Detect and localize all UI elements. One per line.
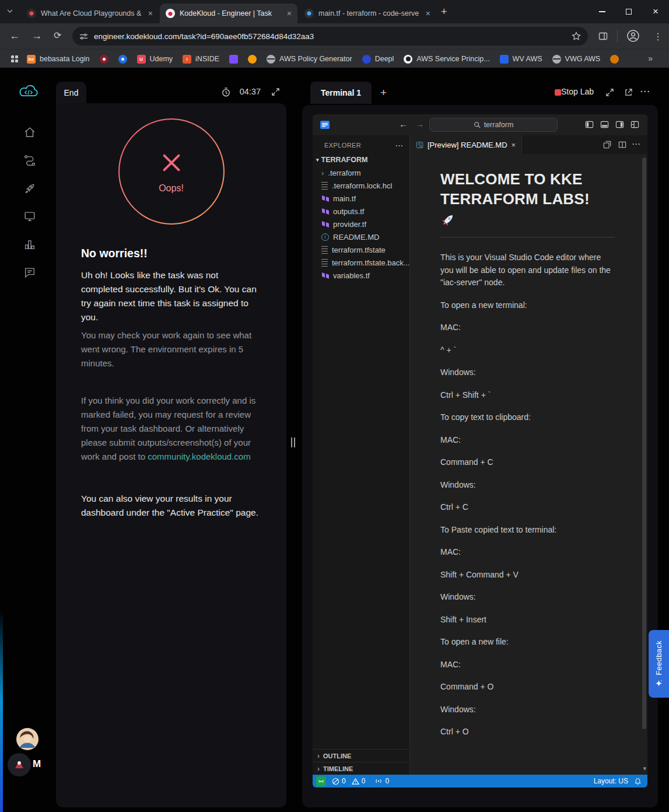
new-terminal-icon[interactable]: + (380, 86, 387, 99)
bookmark-wv-aws[interactable]: WV AWS (500, 55, 542, 64)
readme-paragraph: Command + C (440, 456, 615, 469)
browser-tab-kodekloud-task[interactable]: KodeKloud - Engineer | Task × (160, 4, 297, 23)
bookmark-deepl[interactable]: Deepl (362, 55, 394, 64)
tab-close-icon[interactable]: × (425, 8, 432, 19)
bookmark-aws-policy[interactable]: AWS Policy Generator (267, 55, 352, 64)
stop-lab-button[interactable]: Stop Lab (561, 87, 594, 96)
forward-icon[interactable]: → (31, 30, 42, 42)
expand-icon[interactable] (272, 88, 279, 96)
refresh-icon[interactable]: ⟳ (54, 30, 61, 41)
file-row[interactable]: main.tf (313, 192, 409, 205)
file-row[interactable]: outputs.tf (313, 205, 409, 218)
file-name: variables.tf (333, 271, 370, 280)
nav-forward-icon[interactable]: → (415, 119, 424, 129)
window-close-button[interactable]: × (642, 0, 669, 23)
readme-paragraph: Command + O (440, 681, 615, 694)
editor-area: [Preview] README.MD × ⋯ (410, 135, 647, 775)
tab-search-chevron-icon[interactable] (6, 7, 14, 15)
readme-preview: WELCOME TO KKE TERRAFORM LABS! This is y… (410, 154, 647, 775)
remote-indicator-icon[interactable]: >< (316, 776, 326, 786)
browser-tab-cloud-playgrounds[interactable]: What Are Cloud Playgrounds & × (21, 4, 159, 23)
file-row[interactable]: .terraform.lock.hcl (313, 179, 409, 192)
bookmark-vwg-aws[interactable]: VWG AWS (552, 55, 601, 64)
avatar[interactable] (16, 728, 38, 750)
bookmarks-overflow-icon[interactable]: » (648, 54, 653, 63)
bell-icon[interactable] (634, 778, 642, 785)
profile-avatar-icon[interactable] (626, 29, 640, 43)
bookmark-bebasata[interactable]: bebebasata Login (27, 55, 90, 64)
bookmark-terraform[interactable] (229, 55, 238, 64)
file-row-terraform-folder[interactable]: › .terraform (313, 166, 409, 179)
customize-layout-icon[interactable] (631, 120, 639, 129)
browser-tab-code-server[interactable]: main.tf - terraform - code-serve × (299, 4, 436, 23)
explorer-more-icon[interactable]: ⋯ (395, 141, 404, 149)
toggle-panel-icon[interactable] (600, 120, 609, 129)
avatar[interactable] (8, 753, 31, 776)
bookmark-udemy[interactable]: UUdemy (137, 55, 173, 64)
open-changes-icon[interactable] (603, 141, 611, 149)
labs-icon[interactable] (23, 210, 36, 223)
file-row[interactable]: variables.tf (313, 269, 409, 282)
tab-close-icon[interactable]: × (512, 141, 516, 149)
new-tab-button[interactable]: + (441, 6, 447, 18)
bookmark-eye-blue[interactable] (118, 55, 127, 64)
apps-grid-icon[interactable] (10, 55, 19, 63)
toggle-secondary-sidebar-icon[interactable] (615, 120, 624, 129)
wv-icon (500, 55, 509, 64)
url-text[interactable]: engineer.kodekloud.com/task?id=690aee0fb… (94, 32, 566, 41)
bookmark-star-icon[interactable] (572, 32, 581, 41)
vscode-body: EXPLORER ⋯ ▾ TERRAFORM › .terraform (313, 135, 647, 775)
bookmark-inside[interactable]: iiNSIDE (183, 55, 219, 64)
address-bar[interactable]: engineer.kodekloud.com/task?id=690aee0fb… (72, 27, 588, 46)
explorer-root-folder[interactable]: ▾ TERRAFORM (313, 154, 409, 166)
errors-status[interactable]: 0 (332, 777, 346, 785)
back-icon[interactable]: ← (9, 30, 20, 42)
task-tab-end[interactable]: End (56, 82, 86, 103)
window-maximize-button[interactable] (615, 0, 642, 23)
command-center-search[interactable]: terraform (429, 118, 558, 132)
ports-status[interactable]: 0 (374, 777, 389, 785)
browser-menu-icon[interactable]: ⋮ (653, 31, 663, 42)
side-panel-icon[interactable] (598, 32, 608, 41)
editor-scrollbar[interactable] (642, 158, 646, 729)
bookmark-aws-service[interactable]: AWS Service Princip... (404, 55, 489, 64)
chevron-down-icon: ▾ (316, 157, 319, 163)
menu-icon[interactable] (320, 120, 330, 130)
terminal-more-icon[interactable]: ⋯ (640, 86, 650, 96)
toggle-sidebar-icon[interactable] (585, 120, 594, 129)
file-row[interactable]: terraform.tfstate.back... (313, 256, 409, 269)
warnings-status[interactable]: 0 (352, 777, 366, 785)
timeline-section[interactable]: › TIMELINE (313, 762, 409, 775)
open-in-new-icon[interactable] (625, 89, 632, 96)
split-editor-icon[interactable] (618, 141, 626, 149)
kodekloud-logo[interactable] (17, 83, 40, 99)
tab-title: KodeKloud - Engineer | Task (180, 9, 281, 18)
expand-icon[interactable] (606, 89, 614, 96)
site-settings-icon[interactable] (79, 32, 88, 41)
leaderboard-icon[interactable] (23, 238, 36, 251)
panel-resize-handle[interactable] (291, 438, 295, 447)
scroll-down-icon[interactable]: ▾ (643, 765, 646, 772)
rocket-icon[interactable] (23, 182, 36, 195)
home-icon[interactable] (23, 126, 36, 139)
file-row[interactable]: terraform.tfstate (313, 243, 409, 256)
feedback-button[interactable]: Feedback (649, 630, 669, 698)
community-link[interactable]: community.kodekloud.com (148, 452, 250, 461)
feedback-chat-icon[interactable] (23, 266, 36, 279)
bookmark-paw[interactable] (610, 55, 619, 64)
tab-close-icon[interactable]: × (286, 8, 293, 19)
outline-section[interactable]: › OUTLINE (313, 749, 409, 762)
bookmark-orange[interactable] (248, 55, 257, 64)
learning-path-icon[interactable] (23, 154, 36, 167)
layout-status[interactable]: Layout: US (594, 777, 628, 785)
file-row[interactable]: i README.MD (313, 230, 409, 243)
readme-title: WELCOME TO KKE TERRAFORM LABS! (440, 169, 621, 209)
nav-back-icon[interactable]: ← (399, 119, 408, 129)
terminal-tab[interactable]: Terminal 1 (310, 82, 372, 104)
window-minimize-button[interactable] (589, 0, 615, 23)
file-row[interactable]: provider.tf (313, 218, 409, 230)
editor-more-icon[interactable]: ⋯ (632, 139, 640, 148)
bookmark-eye-red[interactable] (100, 55, 108, 64)
editor-tab-readme-preview[interactable]: [Preview] README.MD × (410, 135, 522, 154)
tab-close-icon[interactable]: × (147, 8, 154, 19)
